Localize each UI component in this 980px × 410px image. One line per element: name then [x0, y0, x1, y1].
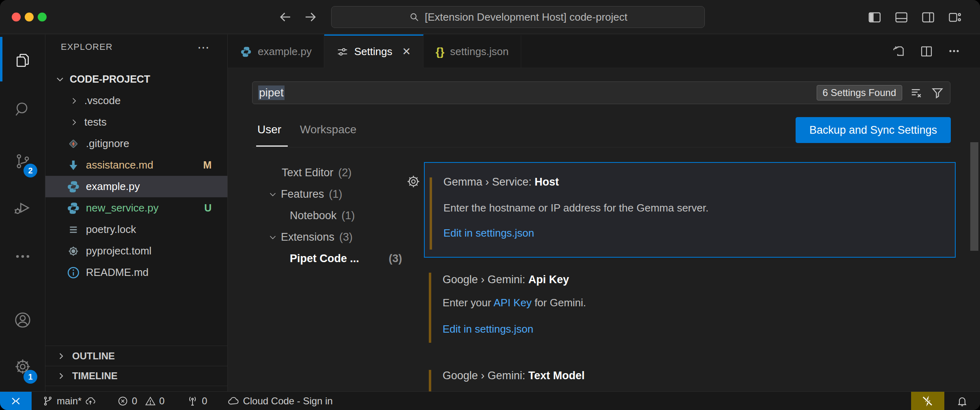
scope-tab-workspace[interactable]: Workspace — [300, 123, 357, 136]
settings-badge: 1 — [24, 370, 37, 384]
search-icon — [409, 11, 420, 23]
tab-settings[interactable]: Settings ✕ — [324, 34, 424, 68]
title-bar: [Extension Development Host] code-projec… — [0, 0, 980, 34]
tree-item-vscode-folder[interactable]: .vscode — [45, 90, 228, 111]
explorer-view-icon[interactable] — [0, 40, 45, 81]
toc-item-features[interactable]: Features (1) — [252, 184, 411, 205]
scrollbar-thumb[interactable] — [970, 142, 978, 251]
tree-item-poetry-lock[interactable]: poetry.lock — [45, 219, 228, 240]
problems-item[interactable]: 0 0 — [117, 395, 165, 407]
tree-root-code-project[interactable]: CODE-PROJECT — [45, 68, 228, 90]
git-file-icon — [66, 137, 80, 151]
settings-list: Gemma › Service: Host Enter the hostname… — [424, 162, 956, 391]
modified-indicator — [429, 273, 431, 343]
toc-item-extensions[interactable]: Extensions (3) — [252, 226, 411, 248]
minimize-window-button[interactable] — [25, 13, 34, 21]
setting-actions-gear-icon[interactable] — [405, 173, 422, 190]
navigate-forward-button[interactable] — [303, 10, 318, 24]
chevron-right-icon — [69, 117, 79, 128]
tree-item-tests-folder[interactable]: tests — [45, 111, 228, 133]
tree-item-assistance-md[interactable]: assistance.md M — [45, 154, 228, 176]
toml-gear-file-icon — [66, 244, 80, 258]
editor-area: example.py Settings ✕ {} settings.json — [228, 34, 980, 391]
cloud-code-item[interactable]: Cloud Code - Sign in — [227, 395, 332, 407]
run-debug-view-icon[interactable] — [0, 188, 45, 228]
errors-icon — [117, 395, 128, 407]
edit-in-settings-json-link[interactable]: Edit in settings.json — [443, 227, 534, 239]
cloud-icon — [227, 395, 240, 407]
scm-changes-badge: 2 — [24, 164, 37, 177]
additional-views-icon[interactable] — [0, 236, 45, 277]
tree-item-example-py[interactable]: example.py — [45, 176, 228, 197]
open-settings-json-icon[interactable] — [892, 44, 906, 58]
modified-indicator — [430, 177, 432, 250]
zoom-window-button[interactable] — [38, 13, 47, 21]
git-branch-item[interactable]: main* — [42, 395, 96, 407]
chevron-right-icon — [56, 371, 66, 381]
setting-row-gemma-service-host[interactable]: Gemma › Service: Host Enter the hostname… — [424, 162, 956, 258]
info-file-icon — [66, 266, 80, 280]
chevron-right-icon — [56, 351, 66, 361]
python-file-icon — [66, 180, 80, 194]
toc-item-pipet-code[interactable]: Pipet Code ... (3) — [252, 248, 411, 269]
explorer-more-actions-icon[interactable]: ⋯ — [197, 40, 210, 54]
accounts-icon[interactable] — [0, 300, 45, 340]
tree-item-new-service-py[interactable]: new_service.py U — [45, 197, 228, 219]
setting-description: Enter your API Key for Gemini. — [443, 297, 586, 309]
tab-settings-json[interactable]: {} settings.json — [424, 34, 521, 68]
settings-search-value: pipet — [258, 85, 285, 100]
source-control-view-icon[interactable]: 2 — [0, 141, 45, 182]
toc-item-text-editor[interactable]: Text Editor (2) — [252, 162, 411, 184]
toggle-secondary-sidebar-icon[interactable] — [921, 10, 935, 24]
backup-sync-settings-button[interactable]: Backup and Sync Settings — [796, 117, 951, 143]
screencast-mode-item[interactable] — [911, 392, 944, 410]
split-editor-icon[interactable] — [919, 44, 934, 58]
tab-example-py[interactable]: example.py — [228, 34, 324, 68]
notifications-bell-icon[interactable] — [944, 395, 980, 407]
close-window-button[interactable] — [12, 13, 21, 21]
vscode-window: [Extension Development Host] code-projec… — [0, 0, 980, 410]
json-braces-icon: {} — [436, 45, 445, 58]
setting-row-google-gemini-api-key[interactable]: Google › Gemini: Api Key Enter your API … — [424, 267, 956, 350]
navigate-back-button[interactable] — [278, 10, 293, 24]
modified-indicator — [429, 370, 431, 391]
radio-tower-icon — [186, 395, 199, 407]
ports-item[interactable]: 0 — [186, 395, 207, 407]
chevron-down-icon — [54, 74, 66, 85]
settings-search-input[interactable]: pipet 6 Settings Found — [252, 81, 950, 104]
tree-item-gitignore[interactable]: .gitignore — [45, 133, 228, 154]
editor-more-actions-icon[interactable] — [947, 44, 961, 58]
warnings-icon — [145, 395, 156, 407]
settings-sliders-icon — [336, 46, 349, 58]
scope-divider — [252, 147, 950, 147]
close-tab-icon[interactable]: ✕ — [402, 45, 411, 58]
chevron-down-icon — [267, 189, 280, 200]
settings-gear-icon[interactable]: 1 — [0, 346, 45, 387]
filter-settings-icon[interactable] — [931, 86, 944, 100]
api-key-link[interactable]: API Key — [494, 297, 532, 309]
toggle-primary-sidebar-icon[interactable] — [867, 10, 882, 24]
settings-editor: pipet 6 Settings Found User Workspace Ba… — [228, 68, 980, 391]
timeline-section-header[interactable]: TIMELINE — [45, 366, 228, 386]
settings-toc: Text Editor (2) Features (1) Notebook (1… — [252, 162, 411, 269]
window-title: [Extension Development Host] code-projec… — [425, 11, 627, 23]
edit-in-settings-json-link[interactable]: Edit in settings.json — [443, 323, 533, 335]
status-bar: main* 0 0 0 Cloud Code - Sign in — [0, 391, 980, 410]
toggle-panel-icon[interactable] — [894, 10, 909, 24]
clear-settings-search-icon[interactable] — [909, 86, 923, 100]
toc-item-notebook[interactable]: Notebook (1) — [252, 205, 411, 226]
settings-found-badge: 6 Settings Found — [817, 85, 902, 100]
lock-file-icon — [66, 223, 80, 237]
remote-indicator[interactable] — [0, 392, 32, 410]
setting-row-google-gemini-text-model[interactable]: Google › Gemini: Text Model — [424, 367, 956, 391]
search-view-icon[interactable] — [0, 89, 45, 130]
customize-layout-icon[interactable] — [948, 10, 962, 24]
outline-section-header[interactable]: OUTLINE — [45, 346, 228, 366]
tree-item-readme-md[interactable]: README.md — [45, 262, 228, 283]
warning-count: 0 — [159, 395, 165, 407]
tab-strip: example.py Settings ✕ {} settings.json — [228, 34, 980, 68]
publish-changes-icon — [85, 395, 96, 407]
command-center[interactable]: [Extension Development Host] code-projec… — [331, 6, 705, 28]
scope-tab-user[interactable]: User — [257, 123, 281, 136]
tree-item-pyproject-toml[interactable]: pyproject.toml — [45, 240, 228, 262]
